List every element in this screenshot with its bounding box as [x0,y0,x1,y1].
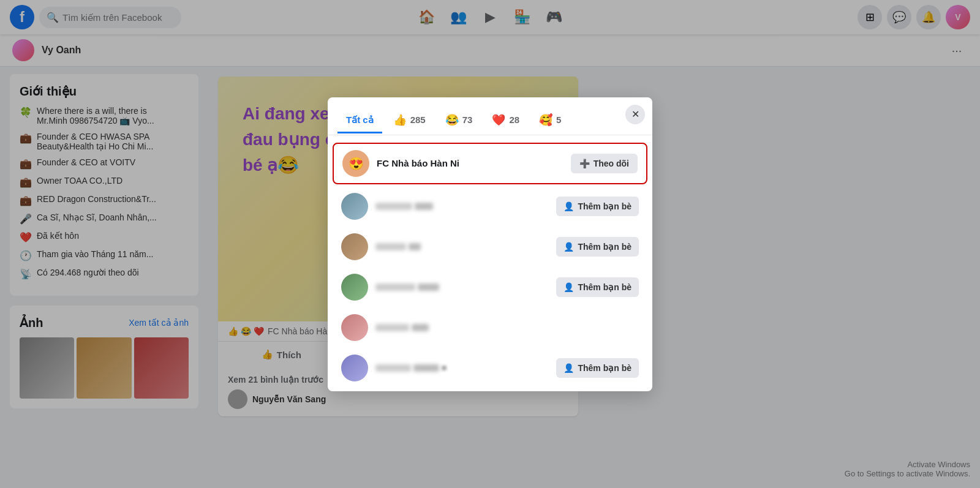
list-item-name-blurred-4 [375,324,639,331]
tab-haha[interactable]: 😂 73 [437,107,481,135]
tab-love-count: 28 [509,114,519,125]
reaction-list-item-2[interactable]: 👤 Thêm bạn bè [333,227,647,266]
add-friend-icon-1: 👤 [564,201,574,211]
list-item-name-blurred-1 [375,203,556,210]
haha-emoji-icon: 😂 [445,113,459,127]
add-friend-label-1: Thêm bạn bè [578,201,631,211]
modal-overlay[interactable]: Tất cả 👍 285 😂 73 ❤️ 28 🥰 5 [0,0,980,488]
add-friend-icon-5: 👤 [564,363,574,373]
modal-body: 😍 FC Nhà báo Hàn Ni ➕ Theo dõi 👤 Thêm bạ… [328,135,652,391]
add-friend-icon-2: 👤 [564,242,574,252]
tab-all-label: Tất cả [346,114,374,126]
list-item-avatar-1 [341,193,368,220]
tab-like[interactable]: 👍 285 [385,107,434,135]
tab-wow-count: 5 [556,114,561,125]
tab-all[interactable]: Tất cả [337,108,382,133]
list-item-avatar-5 [341,355,368,381]
reaction-list-item-6[interactable]: 👤 Thêm bạn bè [333,389,647,391]
tab-wow[interactable]: 🥰 5 [530,107,570,135]
reaction-list-item-0[interactable]: 😍 FC Nhà báo Hàn Ni ➕ Theo dõi [333,143,647,184]
list-item-name-blurred-3 [375,283,556,291]
add-friend-label-5: Thêm bạn bè [578,363,631,373]
list-item-avatar-0: 😍 [342,150,369,177]
love-emoji-icon: ❤️ [492,113,505,127]
modal-tabs: Tất cả 👍 285 😂 73 ❤️ 28 🥰 5 [337,107,643,135]
add-friend-button-5[interactable]: 👤 Thêm bạn bè [556,358,639,378]
modal-close-button[interactable]: ✕ [625,105,645,124]
reaction-list-item-1[interactable]: 👤 Thêm bạn bè [333,187,647,226]
add-friend-button-3[interactable]: 👤 Thêm bạn bè [556,277,639,297]
list-item-avatar-4 [341,314,368,341]
list-item-avatar-2 [341,233,368,260]
follow-icon: ➕ [579,159,590,168]
reactions-modal: Tất cả 👍 285 😂 73 ❤️ 28 🥰 5 [328,97,652,391]
list-item-name-blurred-2 [375,243,556,250]
like-emoji-icon: 👍 [393,113,407,127]
modal-header: Tất cả 👍 285 😂 73 ❤️ 28 🥰 5 [328,97,652,135]
close-icon: ✕ [631,108,639,120]
reaction-list-item-3[interactable]: 👤 Thêm bạn bè [333,268,647,307]
tab-haha-count: 73 [462,114,473,125]
add-friend-button-1[interactable]: 👤 Thêm bạn bè [556,197,639,216]
follow-button-0[interactable]: ➕ Theo dõi [571,154,638,173]
add-friend-icon-3: 👤 [564,282,574,292]
follow-label-0: Theo dõi [594,159,629,168]
list-item-avatar-3 [341,274,368,301]
tab-like-count: 285 [410,114,426,125]
reaction-list-item-4[interactable] [333,308,647,347]
wow-emoji-icon: 🥰 [539,113,552,127]
add-friend-button-2[interactable]: 👤 Thêm bạn bè [556,237,639,257]
list-item-name-0: FC Nhà báo Hàn Ni [377,158,571,168]
tab-love[interactable]: ❤️ 28 [483,107,528,135]
reaction-list-item-5[interactable]: 👤 Thêm bạn bè [333,348,647,388]
add-friend-label-2: Thêm bạn bè [578,242,631,252]
list-item-name-blurred-5 [375,364,556,372]
add-friend-label-3: Thêm bạn bè [578,282,631,292]
